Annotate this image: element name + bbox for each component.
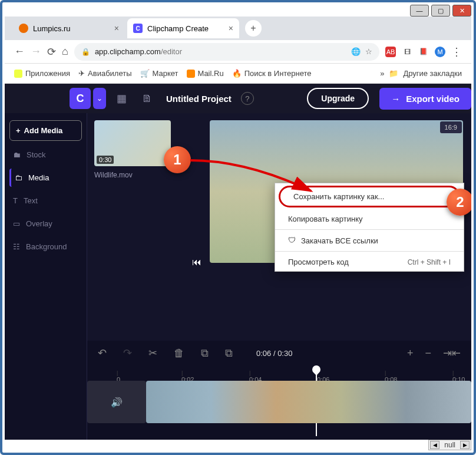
sidebar-item-stock[interactable]: 🖿Stock xyxy=(9,146,82,164)
address-bar[interactable]: 🔒 app.clipchamp.com/editor 🌐 ☆ xyxy=(74,43,379,61)
scroll-right-button[interactable]: ▶ xyxy=(460,441,470,449)
bookmark-mail[interactable]: Mail.Ru xyxy=(187,69,224,78)
document-icon[interactable]: 🗎 xyxy=(137,88,158,109)
nav-back-button[interactable]: ← xyxy=(14,45,25,58)
bookmark-label: Маркет xyxy=(153,69,178,78)
ctx-copy-image[interactable]: Копировать картинку xyxy=(275,210,464,228)
stock-icon: 🖿 xyxy=(13,150,21,159)
media-thumbnail[interactable]: 0:30 xyxy=(94,120,171,166)
tab-favicon-lumpics-icon xyxy=(19,24,28,33)
folder-icon: 📁 xyxy=(389,69,398,78)
star-icon[interactable]: ☆ xyxy=(365,47,372,56)
aspect-ratio-button[interactable]: 16:9 xyxy=(440,121,462,133)
sidebar-item-label: Text xyxy=(24,196,38,205)
bookmark-apps[interactable]: Приложения xyxy=(14,69,70,78)
ctx-label: Просмотреть код xyxy=(288,258,349,266)
bookmark-label: Приложения xyxy=(25,69,70,78)
video-icon[interactable]: ▦ xyxy=(111,88,132,109)
bookmark-label: Mail.Ru xyxy=(198,69,224,78)
translate-icon[interactable]: 🌐 xyxy=(351,47,361,56)
chrome-menu-button[interactable]: ⋮ xyxy=(451,45,462,58)
sidebar-item-text[interactable]: TText xyxy=(9,192,82,210)
zoom-out-button[interactable]: − xyxy=(425,347,431,360)
ctx-save-image-as[interactable]: Сохранить картинку как... xyxy=(280,187,458,206)
export-button[interactable]: →Export video xyxy=(379,88,471,110)
sidebar-item-background[interactable]: ☷Background xyxy=(9,238,82,256)
ext-pdf-icon[interactable]: 📕 xyxy=(418,47,429,57)
lock-icon: 🔒 xyxy=(81,48,90,56)
layers-icon: ☷ xyxy=(13,242,20,251)
overlay-icon: ▭ xyxy=(13,219,20,228)
tab-label: Lumpics.ru xyxy=(33,24,71,33)
tab-close-icon[interactable]: × xyxy=(114,24,119,33)
app-menu-dropdown[interactable]: ⌄ xyxy=(93,88,106,109)
bookmarks-overflow-icon[interactable]: » xyxy=(380,69,384,78)
bookmark-label: Поиск в Интернете xyxy=(244,69,312,78)
nav-forward-button[interactable]: → xyxy=(31,45,41,58)
profile-avatar-icon[interactable]: M xyxy=(435,47,445,57)
media-icon: 🗀 xyxy=(15,173,22,182)
ctx-label: Закачать ВСЕ ссылки xyxy=(301,236,378,245)
timeline-ruler[interactable]: 0 0:02 0:04 0:06 0:08 0:10 0:1 xyxy=(87,365,471,381)
browser-tab-0[interactable]: Lumpics.ru × xyxy=(13,18,125,38)
tab-favicon-clipchamp-icon: C xyxy=(133,24,143,33)
redo-button[interactable]: ↷ xyxy=(123,347,132,360)
cut-button[interactable]: ✂ xyxy=(148,347,157,360)
bookmark-search[interactable]: 🔥Поиск в Интернете xyxy=(232,69,312,78)
ctx-download-all-links[interactable]: 🛡Закачать ВСЕ ссылки xyxy=(275,231,464,250)
bookmark-label: Авиабилеты xyxy=(88,69,131,78)
ctx-inspect[interactable]: Просмотреть кодCtrl + Shift + I xyxy=(275,253,464,271)
ext-adblock-icon[interactable]: AB xyxy=(385,47,396,57)
nav-home-button[interactable]: ⌂ xyxy=(62,45,68,58)
horizontal-scrollbar[interactable]: ◀ null ▶ xyxy=(428,440,471,450)
url-host: app.clipchamp.com xyxy=(95,47,161,56)
bookmark-avia[interactable]: ✈Авиабилеты xyxy=(78,69,131,78)
undo-button[interactable]: ↶ xyxy=(98,347,107,360)
video-preview[interactable]: 16:9 ⏮ Сохранить картинку как... Копиров… xyxy=(210,120,463,263)
scroll-left-button[interactable]: ◀ xyxy=(430,441,439,449)
sidebar-item-label: Stock xyxy=(27,150,46,159)
help-button[interactable]: ? xyxy=(241,92,254,105)
window-close-button[interactable]: ✕ xyxy=(452,5,471,17)
sidebar-item-label: Media xyxy=(28,173,49,182)
project-title[interactable]: Untitled Project xyxy=(166,94,232,104)
export-label: Export video xyxy=(406,94,460,104)
tab-label: Clipchamp Create xyxy=(147,24,209,33)
timeline-track[interactable]: 🔊 xyxy=(87,381,471,423)
duplicate-button[interactable]: ⧉ xyxy=(225,347,233,360)
bookmark-market[interactable]: 🛒Маркет xyxy=(140,69,178,78)
sound-icon: 🔊 xyxy=(111,397,123,408)
shortcut-label: Ctrl + Shift + I xyxy=(408,258,451,266)
skip-back-button[interactable]: ⏮ xyxy=(192,257,201,268)
plus-icon: + xyxy=(16,126,21,135)
search-bookmark-icon: 🔥 xyxy=(232,69,242,78)
cart-icon: 🛒 xyxy=(140,69,150,78)
fit-button[interactable]: ⇥⇤ xyxy=(443,347,461,360)
add-media-button[interactable]: +Add Media xyxy=(9,120,82,141)
tab-close-icon[interactable]: × xyxy=(229,24,233,33)
window-minimize-button[interactable]: — xyxy=(410,5,429,17)
url-path: /editor xyxy=(161,47,182,56)
context-menu: Сохранить картинку как... Копировать кар… xyxy=(275,183,464,272)
nav-reload-button[interactable]: ⟳ xyxy=(47,45,56,58)
window-maximize-button[interactable]: ▢ xyxy=(431,5,450,17)
video-clip[interactable] xyxy=(146,381,471,423)
copy-button[interactable]: ⧉ xyxy=(201,347,209,360)
separator xyxy=(275,229,464,230)
delete-button[interactable]: 🗑 xyxy=(174,347,184,360)
audio-clip[interactable]: 🔊 xyxy=(87,381,146,423)
thumbnail-duration: 0:30 xyxy=(97,156,114,164)
sidebar-item-overlay[interactable]: ▭Overlay xyxy=(9,215,82,233)
browser-tab-1[interactable]: C Clipchamp Create × xyxy=(127,18,239,38)
zoom-in-button[interactable]: + xyxy=(407,347,414,360)
add-media-label: Add Media xyxy=(24,126,63,135)
separator xyxy=(275,251,464,252)
annotation-marker-2: 2 xyxy=(447,189,471,216)
ext-film-icon[interactable]: 🎞 xyxy=(402,47,412,57)
sidebar-item-media[interactable]: 🗀Media xyxy=(9,169,82,187)
app-logo[interactable]: C xyxy=(70,88,91,109)
upgrade-button[interactable]: Upgrade xyxy=(307,88,369,109)
new-tab-button[interactable]: + xyxy=(245,20,262,37)
annotation-marker-1: 1 xyxy=(164,146,191,173)
other-bookmarks-button[interactable]: Другие закладки xyxy=(403,69,462,78)
